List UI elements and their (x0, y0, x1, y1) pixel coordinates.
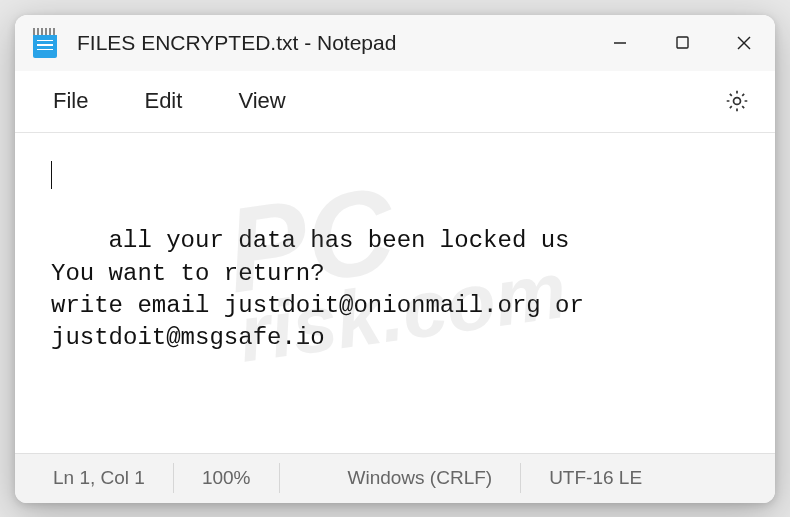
settings-button[interactable] (713, 77, 761, 125)
notepad-icon (33, 28, 57, 58)
menu-file[interactable]: File (29, 78, 112, 124)
titlebar: FILES ENCRYPTED.txt - Notepad (15, 15, 775, 71)
menu-edit[interactable]: Edit (120, 78, 206, 124)
status-cursor-position: Ln 1, Col 1 (15, 463, 174, 493)
editor-content: all your data has been locked us You wan… (51, 227, 598, 351)
minimize-button[interactable] (589, 15, 651, 71)
menubar: File Edit View (15, 71, 775, 133)
close-icon (735, 34, 753, 52)
status-line-ending: Windows (CRLF) (320, 463, 522, 493)
statusbar: Ln 1, Col 1 100% Windows (CRLF) UTF-16 L… (15, 453, 775, 503)
svg-point-4 (734, 98, 741, 105)
gear-icon (724, 88, 750, 114)
svg-rect-1 (677, 37, 688, 48)
window-title: FILES ENCRYPTED.txt - Notepad (77, 31, 396, 55)
close-button[interactable] (713, 15, 775, 71)
text-caret (51, 161, 52, 189)
maximize-icon (675, 35, 690, 50)
text-editor[interactable]: all your data has been locked us You wan… (15, 133, 775, 453)
status-encoding: UTF-16 LE (521, 463, 670, 493)
notepad-window: FILES ENCRYPTED.txt - Notepad File Edit … (15, 15, 775, 503)
maximize-button[interactable] (651, 15, 713, 71)
minimize-icon (612, 35, 628, 51)
menu-view[interactable]: View (214, 78, 309, 124)
status-zoom[interactable]: 100% (174, 463, 280, 493)
